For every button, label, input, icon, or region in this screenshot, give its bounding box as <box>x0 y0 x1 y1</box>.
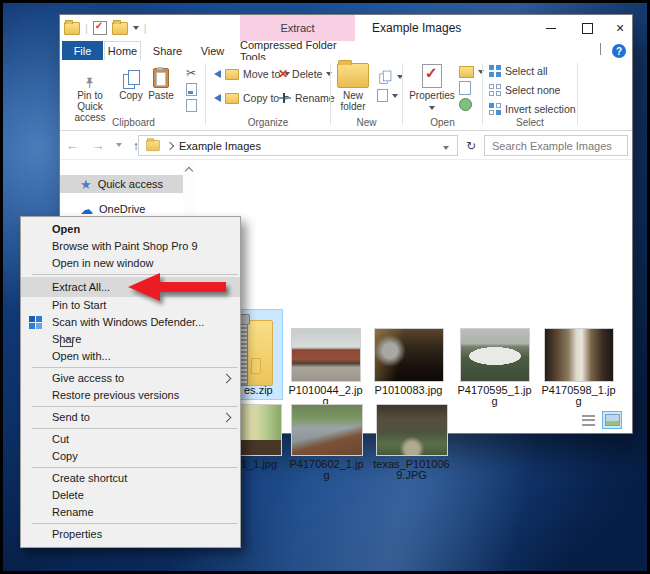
annotation-arrow <box>128 273 228 301</box>
paste-shortcut-icon[interactable] <box>186 99 197 112</box>
search-input[interactable] <box>485 140 638 152</box>
menu-item-restore-previous-versions[interactable]: Restore previous versions <box>21 387 240 404</box>
recent-locations-button[interactable] <box>112 131 126 159</box>
history-icon[interactable] <box>459 98 472 111</box>
menu-item-browse-with-paint-shop-pro[interactable]: Browse with Paint Shop Pro 9 <box>21 238 240 255</box>
edit-icon[interactable] <box>459 81 471 95</box>
ribbon-group-clipboard: 🖈 Pin to Quick access Copy Paste ✂ <box>62 60 205 130</box>
new-folder-button[interactable]: New folder <box>333 62 373 112</box>
refresh-button[interactable]: ↻ <box>461 135 481 156</box>
folder-icon[interactable] <box>64 22 80 35</box>
menu-item-open[interactable]: Open <box>21 221 240 238</box>
menu-item-delete[interactable]: Delete <box>21 487 240 504</box>
ribbon-group-select: Select all Select none Invert selection … <box>483 60 577 130</box>
sidebar-item-quick-access[interactable]: ★ Quick access <box>60 175 195 193</box>
dropdown-caret-icon[interactable] <box>133 26 139 30</box>
select-none-button[interactable]: Select none <box>489 84 560 96</box>
tab-home[interactable]: Home <box>104 41 141 60</box>
menu-item-open-in-new-window[interactable]: Open in new window <box>21 255 240 272</box>
open-folder-icon <box>459 66 474 78</box>
new-item-icon <box>377 89 388 102</box>
context-menu: Open Browse with Paint Shop Pro 9 Open i… <box>20 216 241 548</box>
easy-access-button[interactable] <box>377 68 403 86</box>
back-button[interactable]: ← <box>62 131 82 159</box>
invert-selection-button[interactable]: Invert selection <box>489 103 576 115</box>
forward-button[interactable]: → <box>88 131 108 159</box>
minimize-button[interactable] <box>536 15 566 41</box>
menu-item-send-to[interactable]: Send to <box>21 409 240 426</box>
menu-item-cut[interactable]: Cut <box>21 431 240 448</box>
properties-button[interactable]: Properties <box>409 62 455 112</box>
thumbnails-view-button[interactable] <box>602 411 622 429</box>
thumbnails-view-icon <box>605 414 620 426</box>
pin-to-quick-access-button[interactable]: 🖈 Pin to Quick access <box>64 62 116 123</box>
tab-file[interactable]: File <box>62 41 103 60</box>
folder-icon <box>225 93 239 104</box>
new-item-button[interactable] <box>377 89 403 102</box>
menu-item-scan-with-windows-defender[interactable]: Scan with Windows Defender... <box>21 314 240 331</box>
file-thumbnail <box>544 328 614 382</box>
invert-selection-icon <box>489 103 501 115</box>
maximize-icon <box>582 23 593 34</box>
windows-defender-icon <box>29 316 43 330</box>
menu-item-rename[interactable]: Rename <box>21 504 240 521</box>
menu-item-open-with[interactable]: Open with... <box>21 348 240 365</box>
ribbon-group-open: Properties Open <box>403 60 482 130</box>
copy-path-icon[interactable] <box>186 83 197 96</box>
open-button[interactable] <box>459 66 484 78</box>
tab-view[interactable]: View <box>194 41 231 60</box>
menu-separator <box>32 367 238 368</box>
file-tile[interactable]: P1010044_2.jpg <box>286 328 365 407</box>
cut-icon[interactable]: ✂ <box>186 66 197 80</box>
chevron-up-icon <box>600 43 601 55</box>
delete-button[interactable]: ✕ Delete <box>278 68 332 80</box>
menu-separator <box>32 467 238 468</box>
file-tile[interactable]: P4170598_1.jpg <box>539 328 618 407</box>
select-all-button[interactable]: Select all <box>489 65 548 77</box>
properties-icon <box>422 64 442 88</box>
help-button[interactable]: ? <box>612 44 626 58</box>
menu-item-share[interactable]: ↗ Share <box>21 331 240 348</box>
help-icon: ? <box>616 46 622 57</box>
collapse-ribbon-button[interactable] <box>593 44 607 58</box>
breadcrumb-chevron-icon <box>166 141 174 149</box>
group-label-select: Select <box>483 117 577 128</box>
tab-compressed-folder-tools[interactable]: Compressed Folder Tools <box>240 41 355 60</box>
file-thumbnail <box>291 404 363 456</box>
close-button[interactable]: × <box>605 15 635 41</box>
scrollbar-up-button[interactable] <box>183 162 195 176</box>
items-icon <box>379 71 390 84</box>
move-to-icon <box>214 70 221 78</box>
window-title: Example Images <box>372 15 461 41</box>
contextual-tab-header[interactable]: Extract <box>240 15 355 41</box>
folder-icon[interactable] <box>112 22 128 35</box>
group-separator <box>577 63 578 125</box>
search-box[interactable] <box>484 135 628 156</box>
address-breadcrumb[interactable]: Example Images <box>138 135 458 156</box>
paste-button[interactable]: Paste <box>146 62 176 101</box>
menu-item-properties[interactable]: Properties <box>21 526 240 543</box>
delete-x-icon: ✕ <box>278 68 288 80</box>
file-tile[interactable]: P4170602_1.jpg <box>287 404 366 481</box>
breadcrumb-path[interactable]: Example Images <box>179 140 261 152</box>
star-icon: ★ <box>80 178 92 191</box>
maximize-button[interactable] <box>572 15 602 41</box>
address-dropdown-button[interactable] <box>443 140 449 152</box>
file-tile[interactable]: P1010083.jpg <box>369 328 448 396</box>
title-bar: | | Extract Example Images × <box>60 15 632 41</box>
file-thumbnail <box>291 328 361 382</box>
file-tile[interactable]: texas_P1010069.JPG <box>373 404 450 481</box>
menu-item-give-access-to[interactable]: Give access to <box>21 370 240 387</box>
rename-button[interactable]: Rename <box>278 92 335 104</box>
properties-check-icon[interactable] <box>93 21 107 35</box>
menu-item-create-shortcut[interactable]: Create shortcut <box>21 470 240 487</box>
details-view-button[interactable] <box>578 411 598 429</box>
ribbon-group-new: New folder New <box>331 60 402 130</box>
group-label-open: Open <box>403 117 482 128</box>
file-thumbnail <box>376 404 448 456</box>
menu-item-copy[interactable]: Copy <box>21 448 240 465</box>
quick-access-toolbar: | | <box>64 20 147 36</box>
copy-button[interactable]: Copy <box>118 62 144 101</box>
tab-share[interactable]: Share <box>148 41 187 60</box>
file-tile[interactable]: P4170595_1.jpg <box>455 328 534 407</box>
